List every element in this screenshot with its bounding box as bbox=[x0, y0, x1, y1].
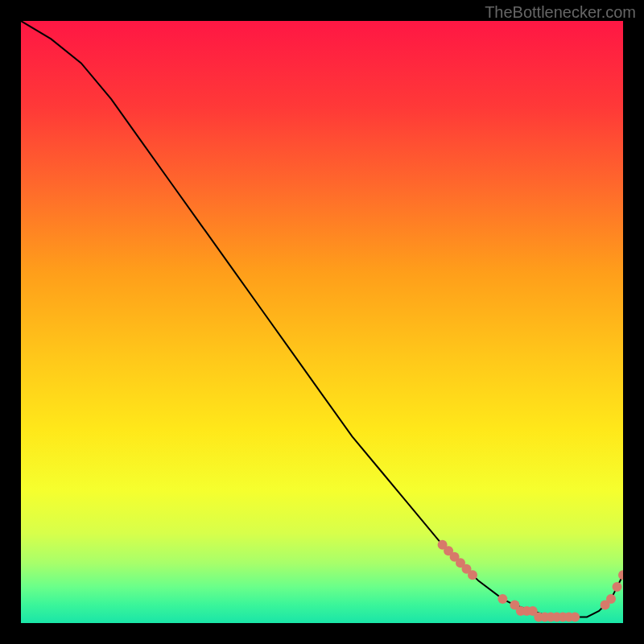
bottleneck-curve bbox=[21, 21, 623, 617]
watermark-text: TheBottlenecker.com bbox=[485, 3, 636, 22]
data-markers-group bbox=[438, 540, 623, 622]
data-marker bbox=[613, 582, 622, 592]
data-marker bbox=[570, 613, 580, 622]
data-marker bbox=[606, 594, 616, 604]
chart-plot-area bbox=[21, 21, 623, 623]
data-marker bbox=[497, 594, 507, 604]
chart-curve-layer bbox=[21, 21, 623, 623]
data-marker bbox=[618, 570, 623, 580]
data-marker bbox=[468, 570, 477, 580]
